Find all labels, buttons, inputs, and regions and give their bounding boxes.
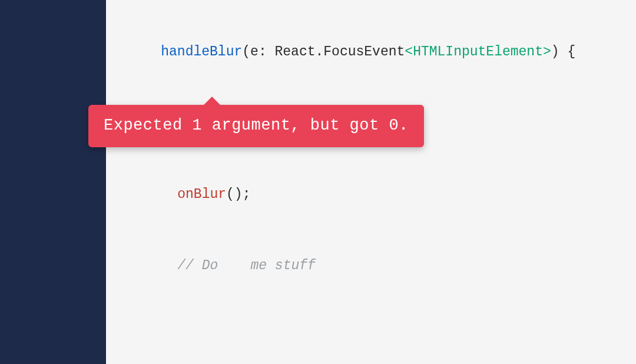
code-editor-panel: handleBlur(e: React.FocusEvent<HTMLInput… — [106, 0, 636, 364]
error-tooltip: Expected 1 argument, but got 0. — [88, 105, 424, 147]
code-line-4: // Do me stuff — [128, 230, 624, 301]
error-message: Expected 1 argument, but got 0. — [88, 105, 424, 147]
onblur-call: onBlur — [177, 187, 226, 202]
code-line-1: handleBlur(e: React.FocusEvent<HTMLInput… — [128, 16, 624, 88]
method-name: handleBlur — [161, 44, 242, 59]
tooltip-arrow-icon — [203, 97, 221, 106]
code-blank-1 — [128, 301, 624, 325]
code-line-3: onBlur(); — [128, 159, 624, 230]
code-line-5: render() { — [128, 349, 624, 365]
code-blank-2 — [128, 325, 624, 348]
